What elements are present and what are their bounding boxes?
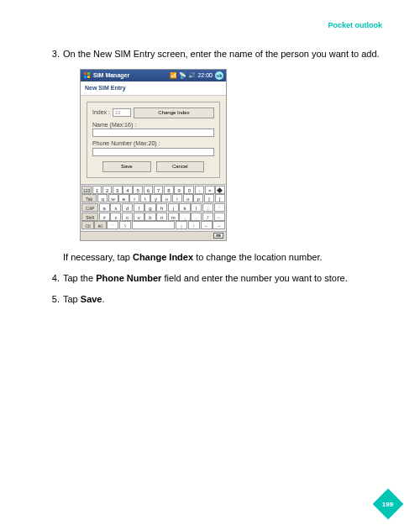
phone-bottombar: ⌨ <box>81 231 226 240</box>
key-c[interactable]: c <box>122 213 133 221</box>
key-comma[interactable]: , <box>179 213 190 221</box>
key-a[interactable]: a <box>99 203 110 212</box>
step-text: On the New SIM Entry screen, enter the n… <box>63 48 382 60</box>
kbd-row-3: CAP a s d f g h j k l ; ' <box>81 203 225 213</box>
key-7[interactable]: 7 <box>154 186 164 194</box>
key-m[interactable]: m <box>168 213 179 221</box>
key-9[interactable]: 9 <box>174 186 184 194</box>
key-b[interactable]: b <box>144 213 155 221</box>
phone-label: Phone Number (Max:20) : <box>92 139 214 148</box>
key-down[interactable]: ↓ <box>176 221 187 229</box>
key-backslash[interactable]: \ <box>119 221 131 229</box>
svg-rect-1 <box>87 72 90 75</box>
key-2[interactable]: 2 <box>102 186 113 194</box>
key-minus[interactable]: - <box>195 186 205 194</box>
form-container: Index : 22 Change Index Name (Max:16) : … <box>87 102 220 177</box>
key-shift[interactable]: Shift <box>81 213 98 221</box>
key-j[interactable]: j <box>168 203 179 212</box>
kbd-row-2: Tab q w e r t y u i o p [ ] <box>81 194 225 203</box>
key-l[interactable]: l <box>191 203 202 212</box>
speaker-icon: 🔊 <box>188 71 196 80</box>
key-tab[interactable]: Tab <box>81 194 97 202</box>
key-o[interactable]: o <box>183 194 193 202</box>
key-period[interactable]: . <box>191 213 202 221</box>
key-d[interactable]: d <box>122 203 133 212</box>
key-u[interactable]: u <box>161 194 171 202</box>
svg-rect-0 <box>84 72 87 75</box>
kbd-row-5: Ctl áü ` \ ↓ ↑ ← → <box>81 221 225 230</box>
key-space[interactable] <box>132 221 175 229</box>
key-slash[interactable]: / <box>202 213 213 221</box>
key-1[interactable]: 1 <box>92 186 102 194</box>
step-number: 4. <box>46 272 63 285</box>
save-button[interactable]: Save <box>102 161 151 171</box>
key-right[interactable]: → <box>213 221 224 229</box>
svg-rect-3 <box>87 76 90 78</box>
key-lbracket[interactable]: [ <box>204 194 214 202</box>
key-i[interactable]: i <box>172 194 182 202</box>
phone-input[interactable] <box>92 148 214 156</box>
key-8[interactable]: 8 <box>164 186 174 194</box>
page-number: 199 <box>382 500 393 507</box>
key-left[interactable]: ← <box>201 221 213 229</box>
step-text: Tap the Phone Number field and enter the… <box>63 272 382 285</box>
key-f[interactable]: f <box>134 203 144 212</box>
key-k[interactable]: k <box>179 203 190 212</box>
ok-button[interactable]: ok <box>215 71 223 80</box>
key-apostrophe[interactable]: ' <box>214 203 225 212</box>
key-accent[interactable]: áü <box>94 221 106 229</box>
key-semicolon[interactable]: ; <box>202 203 213 212</box>
key-v[interactable]: v <box>134 213 144 221</box>
on-screen-keyboard[interactable]: 123 1 2 3 4 5 6 7 8 9 0 - = ◆ <box>81 184 226 231</box>
key-r[interactable]: r <box>129 194 139 202</box>
key-rbracket[interactable]: ] <box>215 194 225 202</box>
antenna-icon: 📡 <box>179 71 186 80</box>
key-x[interactable]: x <box>110 213 121 221</box>
key-g[interactable]: g <box>144 203 155 212</box>
key-123[interactable]: 123 <box>81 186 92 194</box>
key-0[interactable]: 0 <box>184 186 194 194</box>
change-index-button[interactable]: Change Index <box>134 108 214 118</box>
keyboard-toggle-icon[interactable]: ⌨ <box>213 233 223 239</box>
cancel-button[interactable]: Cancel <box>156 161 205 171</box>
key-h[interactable]: h <box>156 203 167 212</box>
page-number-badge: 199 <box>373 489 404 520</box>
key-w[interactable]: w <box>108 194 118 202</box>
key-6[interactable]: 6 <box>144 186 154 194</box>
key-e[interactable]: e <box>118 194 129 202</box>
name-label: Name (Max:16) : <box>92 121 214 129</box>
key-y[interactable]: y <box>150 194 160 202</box>
svg-rect-2 <box>84 76 87 78</box>
key-z[interactable]: z <box>99 213 110 221</box>
key-enter[interactable]: ← <box>214 213 225 221</box>
kbd-row-1: 123 1 2 3 4 5 6 7 8 9 0 - = ◆ <box>81 186 225 195</box>
key-backtick[interactable]: ` <box>107 221 118 229</box>
key-q[interactable]: q <box>97 194 108 202</box>
step-3: 3. On the New SIM Entry screen, enter th… <box>46 48 382 264</box>
key-cap[interactable]: CAP <box>81 203 98 212</box>
key-5[interactable]: 5 <box>133 186 143 194</box>
key-3[interactable]: 3 <box>113 186 123 194</box>
step-5: 5. Tap Save. <box>46 293 382 306</box>
clock-text: 22:00 <box>197 71 213 80</box>
step-3-continuation: If necessary, tap Change Index to change… <box>63 251 382 264</box>
key-s[interactable]: s <box>110 203 121 212</box>
key-t[interactable]: t <box>140 194 150 202</box>
phone-screenshot: SIM Manager 📶 📡 🔊 22:00 ok New SIM Entry… <box>80 69 227 240</box>
step-4: 4. Tap the Phone Number field and enter … <box>46 272 382 285</box>
key-ctl[interactable]: Ctl <box>81 221 93 229</box>
key-p[interactable]: p <box>193 194 203 202</box>
phone-titlebar: SIM Manager 📶 📡 🔊 22:00 ok <box>81 70 226 81</box>
section-header: Pocket outlook <box>46 21 382 29</box>
index-input[interactable]: 22 <box>113 108 131 117</box>
key-n[interactable]: n <box>156 213 167 221</box>
key-4[interactable]: 4 <box>123 186 133 194</box>
key-backspace[interactable]: ◆ <box>215 186 225 194</box>
windows-icon <box>83 71 92 80</box>
signal-icon: 📶 <box>170 71 177 80</box>
name-input[interactable] <box>92 129 214 137</box>
key-up[interactable]: ↑ <box>188 221 200 229</box>
step-number: 3. <box>46 48 63 264</box>
screen-subtitle: New SIM Entry <box>81 81 226 96</box>
key-equals[interactable]: = <box>205 186 215 194</box>
